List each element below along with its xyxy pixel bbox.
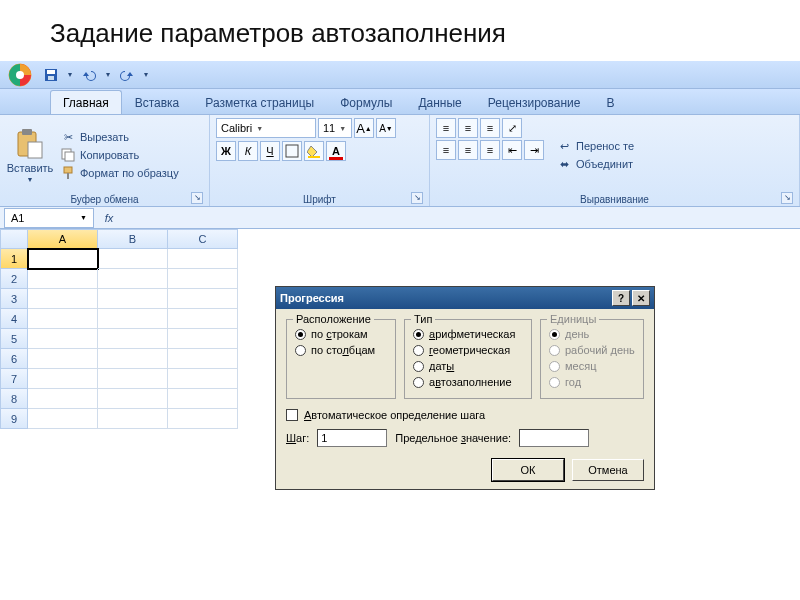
cell-A1[interactable] <box>28 249 98 269</box>
cell[interactable] <box>28 329 98 349</box>
row-header[interactable]: 5 <box>0 329 28 349</box>
cell[interactable] <box>168 409 238 429</box>
cell[interactable] <box>168 389 238 409</box>
cell[interactable] <box>168 289 238 309</box>
font-size-combo[interactable]: 11▼ <box>318 118 352 138</box>
undo-dropdown-icon[interactable]: ▾ <box>104 66 112 84</box>
radio-geometric[interactable]: геометрическая <box>413 342 523 358</box>
office-button[interactable] <box>4 62 36 88</box>
row-header[interactable]: 3 <box>0 289 28 309</box>
row-header[interactable]: 2 <box>0 269 28 289</box>
qat-customize-icon[interactable]: ▾ <box>142 66 150 84</box>
close-button[interactable]: ✕ <box>632 290 650 306</box>
col-header[interactable]: A <box>28 229 98 249</box>
paste-button[interactable]: Вставить ▼ <box>6 118 54 192</box>
cell[interactable] <box>168 249 238 269</box>
indent-inc-button[interactable]: ⇥ <box>524 140 544 160</box>
tab-insert[interactable]: Вставка <box>122 90 193 114</box>
copy-button[interactable]: Копировать <box>60 147 179 163</box>
cell[interactable] <box>28 269 98 289</box>
tab-review[interactable]: Рецензирование <box>475 90 594 114</box>
merge-button[interactable]: ⬌Объединит <box>556 156 634 172</box>
dialog-launcher-icon[interactable]: ↘ <box>191 192 203 204</box>
font-color-button[interactable]: A <box>326 141 346 161</box>
row-header[interactable]: 7 <box>0 369 28 389</box>
cell[interactable] <box>28 289 98 309</box>
tab-layout[interactable]: Разметка страницы <box>192 90 327 114</box>
tab-home[interactable]: Главная <box>50 90 122 114</box>
row-header[interactable]: 9 <box>0 409 28 429</box>
radio-by-cols[interactable]: по столбцам <box>295 342 387 358</box>
shrink-font-button[interactable]: A▼ <box>376 118 396 138</box>
cell[interactable] <box>168 349 238 369</box>
row-header[interactable]: 8 <box>0 389 28 409</box>
format-painter-button[interactable]: Формат по образцу <box>60 165 179 181</box>
save-icon[interactable] <box>42 66 60 84</box>
save-dropdown-icon[interactable]: ▾ <box>66 66 74 84</box>
cell[interactable] <box>98 249 168 269</box>
cell[interactable] <box>98 409 168 429</box>
orientation-button[interactable]: ⤢ <box>502 118 522 138</box>
dialog-launcher-icon[interactable]: ↘ <box>781 192 793 204</box>
wrap-text-button[interactable]: ↩Перенос те <box>556 138 634 154</box>
tab-formulas[interactable]: Формулы <box>327 90 405 114</box>
align-center-button[interactable]: ≡ <box>458 140 478 160</box>
italic-button[interactable]: К <box>238 141 258 161</box>
row-header[interactable]: 1 <box>0 249 28 269</box>
radio-dates[interactable]: даты <box>413 358 523 374</box>
limit-input[interactable] <box>519 429 589 447</box>
cell[interactable] <box>98 389 168 409</box>
tab-data[interactable]: Данные <box>405 90 474 114</box>
row-header[interactable]: 4 <box>0 309 28 329</box>
cell[interactable] <box>98 309 168 329</box>
border-button[interactable] <box>282 141 302 161</box>
font-name-combo[interactable]: Calibri▼ <box>216 118 316 138</box>
ok-button[interactable]: ОК <box>492 459 564 481</box>
align-right-button[interactable]: ≡ <box>480 140 500 160</box>
cell[interactable] <box>28 349 98 369</box>
cell[interactable] <box>28 409 98 429</box>
step-input[interactable]: 1 <box>317 429 387 447</box>
radio-autofill[interactable]: автозаполнение <box>413 374 523 390</box>
cell[interactable] <box>28 369 98 389</box>
col-header[interactable]: B <box>98 229 168 249</box>
help-button[interactable]: ? <box>612 290 630 306</box>
cell[interactable] <box>168 329 238 349</box>
row-header[interactable]: 6 <box>0 349 28 369</box>
cancel-button[interactable]: Отмена <box>572 459 644 481</box>
cell[interactable] <box>98 269 168 289</box>
col-header[interactable]: C <box>168 229 238 249</box>
undo-icon[interactable] <box>80 66 98 84</box>
align-left-button[interactable]: ≡ <box>436 140 456 160</box>
checkbox-autostep[interactable]: Автоматическое определение шага <box>286 409 644 421</box>
cut-button[interactable]: ✂Вырезать <box>60 129 179 145</box>
radio-by-rows[interactable]: по строкам <box>295 326 387 342</box>
redo-icon[interactable] <box>118 66 136 84</box>
dialog-titlebar[interactable]: Прогрессия ? ✕ <box>276 287 654 309</box>
cell[interactable] <box>168 309 238 329</box>
cell[interactable] <box>98 289 168 309</box>
cell[interactable] <box>28 309 98 329</box>
fx-icon[interactable]: fx <box>98 212 120 224</box>
radio-arithmetic[interactable]: арифметическая <box>413 326 523 342</box>
select-all-corner[interactable] <box>0 229 28 249</box>
dialog-launcher-icon[interactable]: ↘ <box>411 192 423 204</box>
tab-view[interactable]: В <box>593 90 627 114</box>
align-middle-button[interactable]: ≡ <box>458 118 478 138</box>
fill-color-button[interactable] <box>304 141 324 161</box>
grow-font-button[interactable]: A▲ <box>354 118 374 138</box>
bold-button[interactable]: Ж <box>216 141 236 161</box>
quick-access-toolbar: ▾ ▾ ▾ <box>0 61 800 89</box>
cell[interactable] <box>98 329 168 349</box>
align-top-button[interactable]: ≡ <box>436 118 456 138</box>
align-bottom-button[interactable]: ≡ <box>480 118 500 138</box>
cell[interactable] <box>98 349 168 369</box>
cell[interactable] <box>28 389 98 409</box>
cell[interactable] <box>168 269 238 289</box>
indent-dec-button[interactable]: ⇤ <box>502 140 522 160</box>
cell[interactable] <box>168 369 238 389</box>
cell[interactable] <box>98 369 168 389</box>
name-box[interactable]: A1▼ <box>4 208 94 228</box>
svg-rect-4 <box>48 76 54 80</box>
underline-button[interactable]: Ч <box>260 141 280 161</box>
